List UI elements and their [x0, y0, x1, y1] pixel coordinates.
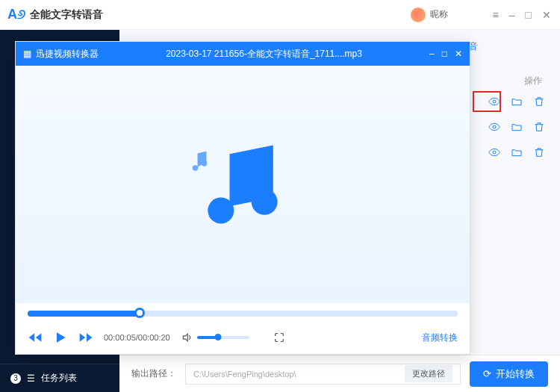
- time-display: 00:00:05/00:00:20: [104, 333, 170, 342]
- svg-point-3: [208, 198, 234, 224]
- table-row: [488, 121, 545, 133]
- output-path-value: C:\Users\FengPing\desktop\: [193, 370, 296, 379]
- trash-icon[interactable]: [533, 121, 545, 133]
- eye-icon[interactable]: [488, 121, 500, 133]
- rewind-button[interactable]: [28, 330, 43, 345]
- table-row: [488, 146, 545, 158]
- player-maximize-icon[interactable]: □: [442, 49, 447, 59]
- window-controls: ≡ – □ ✕: [493, 9, 551, 21]
- volume-control: [181, 332, 249, 343]
- start-convert-button[interactable]: ⟳ 开始转换: [470, 361, 548, 387]
- trash-icon[interactable]: [533, 96, 545, 108]
- volume-icon[interactable]: [181, 332, 193, 343]
- avatar-icon: [411, 7, 426, 22]
- start-convert-label: 开始转换: [496, 367, 535, 381]
- folder-icon[interactable]: [511, 96, 523, 108]
- change-path-button[interactable]: 更改路径: [405, 365, 452, 382]
- nickname-label: 昵称: [430, 8, 448, 21]
- audio-convert-link[interactable]: 音频转换: [422, 332, 458, 344]
- volume-slider[interactable]: [197, 336, 249, 339]
- progress-bar[interactable]: [28, 311, 458, 317]
- task-count-badge: 3: [10, 373, 21, 384]
- player-app-label: 迅捷视频转换器: [36, 48, 99, 60]
- sidebar-item-tasklist[interactable]: 3 ☰ 任务列表: [0, 364, 119, 392]
- app-logo: A୬ 全能文字转语音: [7, 7, 103, 22]
- folder-icon[interactable]: [511, 121, 523, 133]
- svg-point-0: [493, 100, 496, 103]
- tasklist-label: 任务列表: [41, 372, 77, 385]
- player-titlebar: ▦ 迅捷视频转换器 2023-03-17 211656-全能文字转语音_1711…: [16, 42, 470, 66]
- progress-fill: [28, 311, 140, 317]
- progress-thumb[interactable]: [134, 308, 145, 318]
- volume-thumb[interactable]: [214, 334, 221, 340]
- refresh-icon: ⟳: [483, 368, 491, 379]
- svg-point-2: [493, 151, 496, 154]
- player-canvas: [16, 66, 470, 303]
- action-rows: [488, 96, 545, 158]
- svg-point-4: [252, 189, 278, 215]
- player-window-controls: – □ ✕: [429, 49, 462, 59]
- fullscreen-icon[interactable]: [273, 332, 285, 343]
- eye-icon[interactable]: [488, 96, 500, 108]
- small-music-note-icon: [187, 148, 214, 175]
- output-path-box: C:\Users\FengPing\desktop\ 更改路径: [185, 364, 461, 385]
- player-controls: 00:00:05/00:00:20 音频转换: [16, 321, 470, 354]
- close-icon[interactable]: ✕: [542, 9, 551, 21]
- folder-icon[interactable]: [511, 146, 523, 158]
- player-window: ▦ 迅捷视频转换器 2023-03-17 211656-全能文字转语音_1711…: [15, 41, 470, 355]
- output-path-label: 输出路径：: [131, 367, 176, 380]
- column-header-operations: 操作: [524, 75, 542, 87]
- play-button[interactable]: [53, 330, 68, 345]
- player-file-title: 2023-03-17 211656-全能文字转语音_1711....mp3: [105, 48, 423, 60]
- forward-button[interactable]: [78, 330, 93, 345]
- list-icon: ☰: [27, 373, 35, 384]
- svg-point-5: [193, 165, 199, 171]
- player-close-icon[interactable]: ✕: [455, 49, 462, 59]
- logo-icon: A୬: [7, 7, 25, 22]
- main-titlebar: A୬ 全能文字转语音 昵称 ≡ – □ ✕: [0, 0, 560, 30]
- app-title: 全能文字转语音: [30, 8, 103, 22]
- minimize-icon[interactable]: –: [509, 9, 515, 21]
- bottom-bar: 输出路径： C:\Users\FengPing\desktop\ 更改路径 ⟳ …: [119, 355, 560, 392]
- svg-point-1: [493, 125, 496, 128]
- player-minimize-icon[interactable]: –: [429, 49, 435, 59]
- player-app-name: ▦ 迅捷视频转换器: [23, 48, 99, 60]
- user-nickname[interactable]: 昵称: [411, 7, 448, 22]
- svg-point-6: [202, 161, 208, 167]
- eye-icon[interactable]: [488, 146, 500, 158]
- table-row: [488, 96, 545, 108]
- trash-icon[interactable]: [533, 146, 545, 158]
- player-app-icon: ▦: [23, 49, 31, 59]
- menu-icon[interactable]: ≡: [493, 9, 499, 21]
- maximize-icon[interactable]: □: [526, 9, 532, 21]
